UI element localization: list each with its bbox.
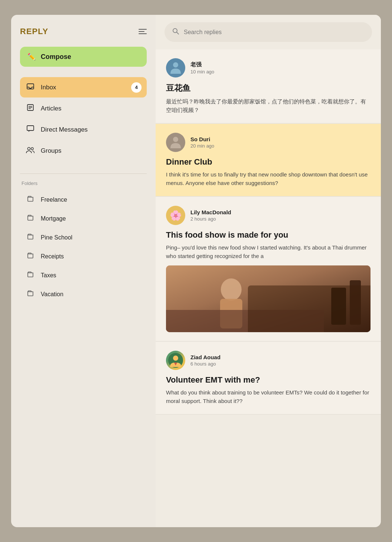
folder-label-vacation: Vacation	[41, 291, 63, 298]
direct-messages-label: Direct Messages	[41, 126, 88, 133]
sidebar: REPLY ✏️ Compose Inbox 4	[11, 15, 156, 527]
svg-line-9	[177, 32, 179, 34]
articles-label: Articles	[41, 105, 62, 112]
folder-icon-receipts	[26, 252, 35, 261]
message-card-lily[interactable]: 🌸 Lily MacDonald 2 hours ago This food s…	[156, 197, 381, 341]
message-body: Ping– you'd love this new food show I st…	[166, 244, 371, 260]
search-bar-container	[156, 15, 381, 49]
time-ago: 10 min ago	[190, 69, 214, 75]
folder-item-mortgage[interactable]: Mortgage	[20, 209, 147, 228]
svg-point-11	[173, 137, 178, 142]
folder-item-freelance[interactable]: Freelance	[20, 191, 147, 209]
sender-name: Lily MacDonald	[190, 209, 231, 215]
sidebar-item-inbox[interactable]: Inbox 4	[20, 77, 147, 98]
inbox-badge: 4	[131, 82, 142, 93]
folder-item-vacation[interactable]: Vacation	[20, 285, 147, 303]
svg-rect-17	[350, 280, 361, 325]
folder-item-taxes[interactable]: Taxes	[20, 266, 147, 284]
folder-label-taxes: Taxes	[41, 272, 56, 279]
message-header: 🌸 Lily MacDonald 2 hours ago	[166, 206, 371, 225]
avatar-lily: 🌸	[166, 206, 185, 225]
svg-rect-5	[27, 126, 34, 130]
message-subject: 豆花鱼	[166, 83, 371, 94]
search-icon	[172, 27, 179, 37]
sender-name: So Duri	[190, 136, 214, 142]
sender-info: 老强 10 min ago	[190, 61, 214, 75]
message-body: I think it's time for us to finally try …	[166, 171, 371, 187]
sender-info: Ziad Aouad 6 hours ago	[190, 354, 220, 367]
message-header: Ziad Aouad 6 hours ago	[166, 351, 371, 370]
sidebar-item-articles[interactable]: Articles	[20, 98, 147, 119]
message-header: So Duri 20 min ago	[166, 133, 371, 152]
message-subject: This food show is made for you	[166, 230, 371, 240]
svg-rect-16	[331, 288, 346, 325]
sender-info: So Duri 20 min ago	[190, 136, 214, 149]
sender-name: Ziad Aouad	[190, 354, 220, 360]
svg-point-7	[31, 148, 33, 150]
folder-icon-pine-school	[26, 233, 35, 242]
folders-section-label: Folders	[20, 181, 147, 186]
folder-label-mortgage: Mortgage	[41, 215, 66, 222]
groups-label: Groups	[41, 147, 62, 155]
avatar-laiqiang	[166, 58, 185, 77]
menu-icon[interactable]	[139, 29, 147, 34]
search-input[interactable]	[184, 29, 365, 36]
folder-icon-mortgage	[26, 214, 35, 223]
sidebar-item-groups[interactable]: Groups	[20, 141, 147, 161]
avatar-soduri	[166, 133, 185, 152]
folder-label-receipts: Receipts	[41, 253, 64, 260]
folder-label-pine-school: Pine School	[41, 234, 72, 241]
folder-label-freelance: Freelance	[41, 196, 67, 203]
folder-icon-freelance	[26, 195, 35, 204]
svg-point-10	[173, 62, 178, 67]
svg-rect-15	[166, 310, 324, 332]
compose-label: Compose	[41, 53, 71, 61]
message-image-lily	[166, 265, 371, 332]
time-ago: 20 min ago	[190, 143, 214, 149]
inbox-label: Inbox	[41, 84, 56, 91]
time-ago: 2 hours ago	[190, 216, 231, 222]
message-subject: Dinner Club	[166, 157, 371, 167]
folder-item-pine-school[interactable]: Pine School	[20, 228, 147, 247]
divider	[20, 173, 147, 174]
message-body: 最近忙吗？昨晚我去了你最爱的那家饭馆，点了他们的特色菜，吃着就想你了。有空咱们视…	[166, 98, 371, 114]
messages-list: 老强 10 min ago 豆花鱼 最近忙吗？昨晚我去了你最爱的那家饭馆，点了他…	[156, 49, 381, 527]
search-bar	[165, 22, 372, 42]
sender-name: 老强	[190, 61, 214, 68]
folder-item-receipts[interactable]: Receipts	[20, 247, 147, 265]
app-logo: REPLY	[20, 27, 48, 36]
folder-list: Freelance Mortgage	[20, 191, 147, 303]
articles-icon	[26, 103, 35, 113]
inbox-icon	[26, 82, 35, 92]
groups-icon	[26, 146, 35, 156]
time-ago: 6 hours ago	[190, 361, 220, 367]
folder-icon-vacation	[26, 290, 35, 299]
compose-button[interactable]: ✏️ Compose	[20, 47, 147, 67]
message-subject: Volunteer EMT with me?	[166, 375, 371, 385]
message-header: 老强 10 min ago	[166, 58, 371, 77]
sender-info: Lily MacDonald 2 hours ago	[190, 209, 231, 222]
nav-items: Inbox 4 Articles	[20, 77, 147, 161]
svg-point-13	[221, 278, 242, 301]
svg-point-19	[173, 356, 178, 361]
folder-icon-taxes	[26, 271, 35, 280]
pencil-icon: ✏️	[27, 53, 36, 61]
message-card-ziad[interactable]: Ziad Aouad 6 hours ago Volunteer EMT wit…	[156, 342, 381, 414]
message-card-laiqiang[interactable]: 老强 10 min ago 豆花鱼 最近忙吗？昨晚我去了你最爱的那家饭馆，点了他…	[156, 49, 381, 123]
message-body: What do you think about training to be v…	[166, 389, 371, 405]
direct-messages-icon	[26, 125, 35, 135]
sidebar-header: REPLY	[20, 27, 147, 36]
message-card-soduri[interactable]: So Duri 20 min ago Dinner Club I think i…	[156, 124, 381, 196]
svg-point-6	[28, 148, 30, 150]
avatar-ziad	[166, 351, 185, 370]
sidebar-item-direct-messages[interactable]: Direct Messages	[20, 119, 147, 140]
main-content: 老强 10 min ago 豆花鱼 最近忙吗？昨晚我去了你最爱的那家饭馆，点了他…	[156, 15, 381, 527]
